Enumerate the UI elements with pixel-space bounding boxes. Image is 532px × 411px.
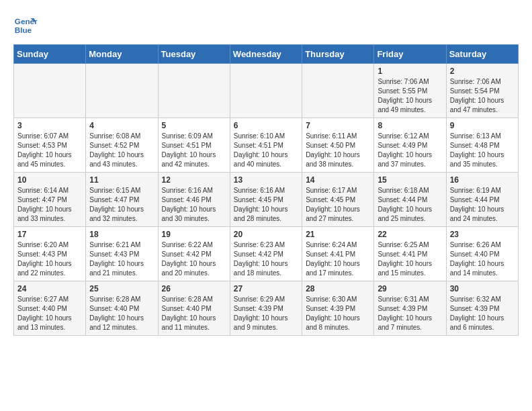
calendar-cell: 3Sunrise: 6:07 AM Sunset: 4:53 PM Daylig…	[14, 118, 86, 173]
day-info: Sunrise: 6:25 AM Sunset: 4:41 PM Dayligh…	[378, 240, 442, 278]
week-row-3: 10Sunrise: 6:14 AM Sunset: 4:47 PM Dayli…	[14, 173, 519, 227]
day-number: 17	[17, 230, 82, 239]
day-info: Sunrise: 6:28 AM Sunset: 4:40 PM Dayligh…	[162, 295, 226, 332]
day-number: 3	[17, 121, 82, 130]
day-info: Sunrise: 6:16 AM Sunset: 4:45 PM Dayligh…	[234, 186, 298, 224]
calendar-cell: 9Sunrise: 6:13 AM Sunset: 4:48 PM Daylig…	[446, 118, 518, 173]
day-info: Sunrise: 6:16 AM Sunset: 4:46 PM Dayligh…	[162, 186, 226, 224]
day-info: Sunrise: 6:20 AM Sunset: 4:43 PM Dayligh…	[17, 240, 82, 278]
day-number: 26	[162, 284, 226, 293]
day-info: Sunrise: 6:15 AM Sunset: 4:47 PM Dayligh…	[89, 186, 154, 224]
calendar-cell: 7Sunrise: 6:11 AM Sunset: 4:50 PM Daylig…	[302, 118, 374, 173]
day-number: 18	[89, 230, 154, 239]
day-number: 27	[234, 284, 298, 293]
day-info: Sunrise: 6:26 AM Sunset: 4:40 PM Dayligh…	[450, 240, 515, 278]
day-number: 22	[378, 230, 442, 239]
calendar-cell: 21Sunrise: 6:24 AM Sunset: 4:41 PM Dayli…	[302, 227, 374, 281]
day-info: Sunrise: 6:23 AM Sunset: 4:42 PM Dayligh…	[234, 240, 298, 278]
day-number: 16	[450, 175, 515, 185]
day-info: Sunrise: 6:08 AM Sunset: 4:52 PM Dayligh…	[89, 132, 154, 169]
calendar-cell: 14Sunrise: 6:17 AM Sunset: 4:45 PM Dayli…	[302, 173, 374, 227]
calendar-cell: 6Sunrise: 6:10 AM Sunset: 4:51 PM Daylig…	[230, 118, 302, 173]
calendar-cell: 27Sunrise: 6:29 AM Sunset: 4:39 PM Dayli…	[230, 281, 302, 336]
calendar-cell: 17Sunrise: 6:20 AM Sunset: 4:43 PM Dayli…	[14, 227, 86, 281]
header-cell-wednesday: Wednesday	[230, 45, 302, 64]
week-row-5: 24Sunrise: 6:27 AM Sunset: 4:40 PM Dayli…	[14, 281, 519, 336]
day-info: Sunrise: 6:22 AM Sunset: 4:42 PM Dayligh…	[162, 240, 226, 278]
calendar-cell: 11Sunrise: 6:15 AM Sunset: 4:47 PM Dayli…	[86, 173, 158, 227]
calendar-cell: 22Sunrise: 6:25 AM Sunset: 4:41 PM Dayli…	[374, 227, 446, 281]
calendar-cell	[158, 64, 230, 118]
day-info: Sunrise: 6:14 AM Sunset: 4:47 PM Dayligh…	[17, 186, 82, 224]
day-info: Sunrise: 6:13 AM Sunset: 4:48 PM Dayligh…	[450, 132, 515, 169]
day-number: 4	[89, 121, 154, 130]
day-number: 20	[234, 230, 298, 239]
day-number: 6	[234, 121, 298, 130]
header-cell-tuesday: Tuesday	[158, 45, 230, 64]
calendar-cell	[230, 64, 302, 118]
day-info: Sunrise: 6:12 AM Sunset: 4:49 PM Dayligh…	[378, 132, 442, 169]
week-row-4: 17Sunrise: 6:20 AM Sunset: 4:43 PM Dayli…	[14, 227, 519, 281]
calendar-cell: 5Sunrise: 6:09 AM Sunset: 4:51 PM Daylig…	[158, 118, 230, 173]
svg-text:Blue: Blue	[15, 26, 32, 34]
calendar-cell: 30Sunrise: 6:32 AM Sunset: 4:39 PM Dayli…	[446, 281, 518, 336]
calendar-cell: 26Sunrise: 6:28 AM Sunset: 4:40 PM Dayli…	[158, 281, 230, 336]
calendar-cell: 4Sunrise: 6:08 AM Sunset: 4:52 PM Daylig…	[86, 118, 158, 173]
calendar-cell	[86, 64, 158, 118]
calendar-header: SundayMondayTuesdayWednesdayThursdayFrid…	[14, 45, 519, 64]
calendar-cell: 1Sunrise: 7:06 AM Sunset: 5:55 PM Daylig…	[374, 64, 446, 118]
header-cell-saturday: Saturday	[446, 45, 518, 64]
day-info: Sunrise: 7:06 AM Sunset: 5:55 PM Dayligh…	[378, 77, 442, 115]
day-number: 30	[450, 284, 515, 293]
calendar-cell: 25Sunrise: 6:28 AM Sunset: 4:40 PM Dayli…	[86, 281, 158, 336]
day-number: 1	[378, 66, 442, 76]
day-info: Sunrise: 6:32 AM Sunset: 4:39 PM Dayligh…	[450, 295, 515, 332]
calendar-cell: 24Sunrise: 6:27 AM Sunset: 4:40 PM Dayli…	[14, 281, 86, 336]
day-number: 25	[89, 284, 154, 293]
calendar-cell: 15Sunrise: 6:18 AM Sunset: 4:44 PM Dayli…	[374, 173, 446, 227]
day-number: 8	[378, 121, 442, 130]
logo-icon: General Blue	[13, 13, 38, 38]
day-info: Sunrise: 6:28 AM Sunset: 4:40 PM Dayligh…	[89, 295, 154, 332]
week-row-2: 3Sunrise: 6:07 AM Sunset: 4:53 PM Daylig…	[14, 118, 519, 173]
calendar-body: 1Sunrise: 7:06 AM Sunset: 5:55 PM Daylig…	[14, 64, 519, 336]
calendar-cell: 8Sunrise: 6:12 AM Sunset: 4:49 PM Daylig…	[374, 118, 446, 173]
day-number: 5	[162, 121, 226, 130]
day-info: Sunrise: 6:29 AM Sunset: 4:39 PM Dayligh…	[234, 295, 298, 332]
calendar-cell: 19Sunrise: 6:22 AM Sunset: 4:42 PM Dayli…	[158, 227, 230, 281]
day-number: 10	[17, 175, 82, 185]
day-info: Sunrise: 6:11 AM Sunset: 4:50 PM Dayligh…	[306, 132, 370, 169]
calendar-cell: 13Sunrise: 6:16 AM Sunset: 4:45 PM Dayli…	[230, 173, 302, 227]
day-number: 29	[378, 284, 442, 293]
day-info: Sunrise: 6:31 AM Sunset: 4:39 PM Dayligh…	[378, 295, 442, 332]
day-number: 19	[162, 230, 226, 239]
calendar-cell: 2Sunrise: 7:06 AM Sunset: 5:54 PM Daylig…	[446, 64, 518, 118]
day-number: 2	[450, 66, 515, 76]
day-info: Sunrise: 6:18 AM Sunset: 4:44 PM Dayligh…	[378, 186, 442, 224]
calendar-cell: 28Sunrise: 6:30 AM Sunset: 4:39 PM Dayli…	[302, 281, 374, 336]
day-info: Sunrise: 6:07 AM Sunset: 4:53 PM Dayligh…	[17, 132, 82, 169]
calendar-cell	[14, 64, 86, 118]
day-number: 12	[162, 175, 226, 185]
header-row: SundayMondayTuesdayWednesdayThursdayFrid…	[14, 45, 519, 64]
calendar-table: SundayMondayTuesdayWednesdayThursdayFrid…	[13, 44, 519, 336]
day-number: 28	[306, 284, 370, 293]
day-number: 21	[306, 230, 370, 239]
day-info: Sunrise: 7:06 AM Sunset: 5:54 PM Dayligh…	[450, 77, 515, 115]
calendar-cell: 23Sunrise: 6:26 AM Sunset: 4:40 PM Dayli…	[446, 227, 518, 281]
day-info: Sunrise: 6:30 AM Sunset: 4:39 PM Dayligh…	[306, 295, 370, 332]
day-number: 15	[378, 175, 442, 185]
header-cell-thursday: Thursday	[302, 45, 374, 64]
day-number: 7	[306, 121, 370, 130]
day-number: 9	[450, 121, 515, 130]
day-number: 14	[306, 175, 370, 185]
day-info: Sunrise: 6:19 AM Sunset: 4:44 PM Dayligh…	[450, 186, 515, 224]
calendar-cell: 29Sunrise: 6:31 AM Sunset: 4:39 PM Dayli…	[374, 281, 446, 336]
calendar-cell: 10Sunrise: 6:14 AM Sunset: 4:47 PM Dayli…	[14, 173, 86, 227]
day-number: 24	[17, 284, 82, 293]
calendar-cell: 12Sunrise: 6:16 AM Sunset: 4:46 PM Dayli…	[158, 173, 230, 227]
calendar-cell: 18Sunrise: 6:21 AM Sunset: 4:43 PM Dayli…	[86, 227, 158, 281]
day-info: Sunrise: 6:09 AM Sunset: 4:51 PM Dayligh…	[162, 132, 226, 169]
day-info: Sunrise: 6:10 AM Sunset: 4:51 PM Dayligh…	[234, 132, 298, 169]
calendar-cell: 16Sunrise: 6:19 AM Sunset: 4:44 PM Dayli…	[446, 173, 518, 227]
